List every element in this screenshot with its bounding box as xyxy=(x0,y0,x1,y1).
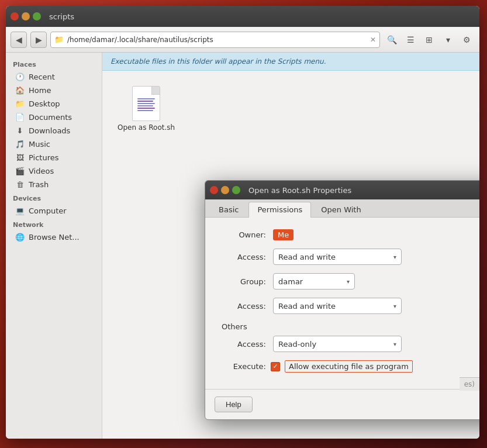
home-icon: 🏠 xyxy=(15,86,25,95)
owner-access-dropdown-icon: ▾ xyxy=(393,254,396,260)
folder-icon: 📁 xyxy=(54,35,64,44)
address-clear-icon[interactable]: ✕ xyxy=(370,36,376,44)
sidebar-item-trash[interactable]: 🗑 Trash xyxy=(8,178,99,191)
group-access-value: Read and write xyxy=(278,302,336,311)
others-access-dropdown-icon: ▾ xyxy=(393,341,396,347)
sidebar-item-browse-network[interactable]: 🌐 Browse Net... xyxy=(8,230,99,244)
dialog-window-controls xyxy=(210,186,240,194)
group-select[interactable]: damar ▾ xyxy=(273,273,355,290)
dialog-tabs: Basic Permissions Open With xyxy=(205,199,479,218)
grid-button[interactable]: ⊞ xyxy=(421,32,437,48)
places-section-title: Places xyxy=(6,57,102,70)
others-access-row: Access: Read-only ▾ xyxy=(219,336,479,352)
sidebar-item-label: Computer xyxy=(29,206,67,215)
maximize-window-button[interactable] xyxy=(33,12,41,20)
background-hint: es) xyxy=(460,377,479,391)
network-icon: 🌐 xyxy=(15,233,25,242)
music-icon: 🎵 xyxy=(15,140,25,149)
dialog-maximize-button[interactable] xyxy=(232,186,240,194)
execute-checkbox[interactable]: ✓ xyxy=(271,362,280,371)
sidebar-item-videos[interactable]: 🎬 Videos xyxy=(8,164,99,178)
execute-label: Execute: xyxy=(219,362,266,371)
dialog-titlebar: Open as Root.sh Properties xyxy=(205,181,479,199)
sidebar-item-computer[interactable]: 💻 Computer xyxy=(8,204,99,218)
group-dropdown-icon: ▾ xyxy=(347,278,350,285)
sidebar-item-recent[interactable]: 🕐 Recent xyxy=(8,70,99,84)
owner-access-row: Access: Read and write ▾ xyxy=(219,249,479,265)
back-button[interactable]: ◀ xyxy=(11,32,27,48)
owner-access-label: Access: xyxy=(219,253,266,261)
sidebar-item-label: Desktop xyxy=(29,99,60,108)
main-area: Places 🕐 Recent 🏠 Home 📁 Desktop 📄 Docum… xyxy=(6,53,479,439)
dialog-minimize-button[interactable] xyxy=(221,186,229,194)
address-bar[interactable]: 📁 /home/damar/.local/share/nautilus/scri… xyxy=(50,32,380,48)
documents-icon: 📄 xyxy=(15,113,25,122)
dropdown-button[interactable]: ▾ xyxy=(440,32,456,48)
owner-badge: Me xyxy=(273,229,293,240)
others-access-label: Access: xyxy=(219,340,266,349)
toolbar-icon-group: 🔍 ☰ ⊞ ▾ ⚙ xyxy=(384,32,475,48)
videos-icon: 🎬 xyxy=(15,167,25,175)
group-row: Group: damar ▾ xyxy=(219,273,479,290)
sidebar-item-pictures[interactable]: 🖼 Pictures xyxy=(8,151,99,164)
trash-icon: 🗑 xyxy=(15,180,25,189)
dialog-close-button[interactable] xyxy=(210,186,218,194)
tab-openwith[interactable]: Open With xyxy=(312,202,369,217)
network-section-title: Network xyxy=(6,218,102,230)
others-access-select[interactable]: Read-only ▾ xyxy=(273,336,402,352)
menu-button[interactable]: ☰ xyxy=(402,32,419,48)
owner-label: Owner: xyxy=(219,230,266,239)
titlebar: scripts xyxy=(6,6,479,27)
dialog-footer: Help Close xyxy=(205,389,479,419)
computer-icon: 💻 xyxy=(15,206,25,215)
dialog-title: Open as Root.sh Properties xyxy=(248,186,351,195)
grid-icon: ⊞ xyxy=(426,35,433,44)
sidebar-item-label: Recent xyxy=(29,73,55,81)
window-title: scripts xyxy=(49,12,74,21)
sidebar-item-music[interactable]: 🎵 Music xyxy=(8,137,99,151)
file-manager-window: scripts ◀ ▶ 📁 /home/damar/.local/share/n… xyxy=(6,6,479,439)
sidebar-item-label: Home xyxy=(29,86,51,95)
forward-button[interactable]: ▶ xyxy=(30,32,47,48)
pictures-icon: 🖼 xyxy=(15,153,25,162)
sidebar-item-label: Pictures xyxy=(29,153,58,162)
back-icon: ◀ xyxy=(16,35,22,44)
sidebar-item-label: Music xyxy=(29,140,50,149)
downloads-icon: ⬇ xyxy=(15,126,25,135)
toolbar: ◀ ▶ 📁 /home/damar/.local/share/nautilus/… xyxy=(6,27,479,53)
help-button[interactable]: Help xyxy=(215,397,253,412)
group-access-dropdown-icon: ▾ xyxy=(393,303,396,309)
owner-access-select[interactable]: Read and write ▾ xyxy=(273,249,402,265)
sidebar-item-label: Documents xyxy=(29,113,72,122)
others-access-value: Read-only xyxy=(278,340,316,349)
sidebar-item-downloads[interactable]: ⬇ Downloads xyxy=(8,124,99,137)
file-area: Executable files in this folder will app… xyxy=(102,53,479,439)
owner-row: Owner: Me xyxy=(219,229,479,240)
group-access-label: Access: xyxy=(219,302,266,311)
gear-icon: ⚙ xyxy=(463,35,471,44)
sidebar-item-label: Browse Net... xyxy=(29,233,80,242)
settings-button[interactable]: ⚙ xyxy=(458,32,475,48)
tab-permissions[interactable]: Permissions xyxy=(248,202,311,218)
address-text: /home/damar/.local/share/nautilus/script… xyxy=(67,36,367,44)
group-value: damar xyxy=(278,277,303,286)
close-window-button[interactable] xyxy=(11,12,19,20)
group-label: Group: xyxy=(219,277,266,286)
group-access-select[interactable]: Read and write ▾ xyxy=(273,298,402,314)
menu-icon: ☰ xyxy=(407,35,415,44)
chevron-down-icon: ▾ xyxy=(446,35,450,44)
sidebar-item-desktop[interactable]: 📁 Desktop xyxy=(8,97,99,111)
minimize-window-button[interactable] xyxy=(22,12,30,20)
sidebar-item-documents[interactable]: 📄 Documents xyxy=(8,111,99,124)
desktop-icon: 📁 xyxy=(15,99,25,108)
others-section-label: Others xyxy=(219,322,479,331)
dialog-body: Owner: Me Access: Read and write ▾ xyxy=(205,218,479,384)
group-access-row: Access: Read and write ▾ xyxy=(219,298,479,314)
tab-basic[interactable]: Basic xyxy=(210,202,247,217)
sidebar-item-label: Trash xyxy=(29,180,49,189)
dialog-overlay: Open as Root.sh Properties Basic Permiss… xyxy=(102,53,479,439)
execute-text: Allow executing file as program xyxy=(285,360,413,373)
search-button[interactable]: 🔍 xyxy=(384,32,400,48)
sidebar-item-home[interactable]: 🏠 Home xyxy=(8,84,99,97)
execute-row: Execute: ✓ Allow executing file as progr… xyxy=(219,360,479,373)
